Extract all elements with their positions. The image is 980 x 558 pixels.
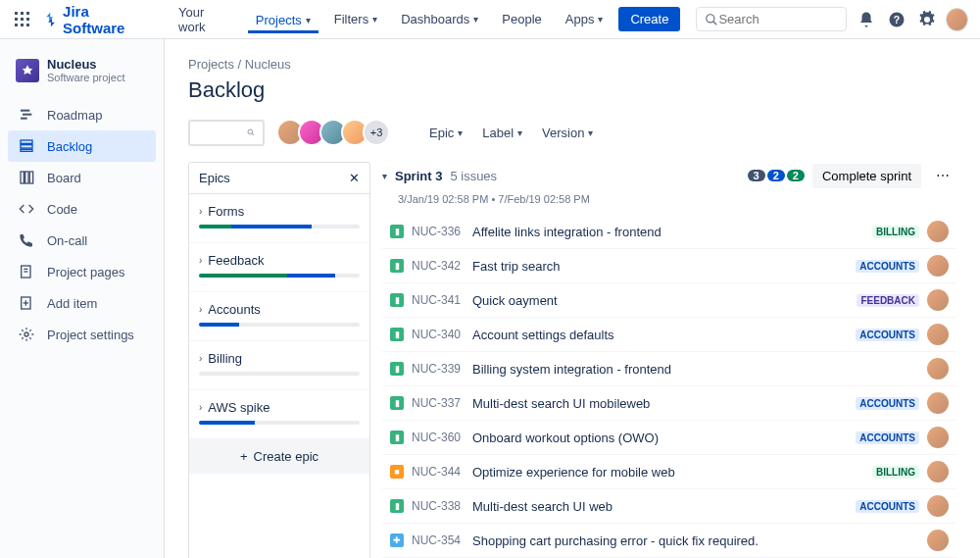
sidebar-add-item[interactable]: Add item xyxy=(8,287,156,319)
epic-item[interactable]: ›Forms xyxy=(189,194,369,243)
svg-text:▮: ▮ xyxy=(395,501,400,511)
assignee-avatar[interactable] xyxy=(927,495,949,517)
issue-type-icon: ▮ xyxy=(390,499,404,513)
sprint-name[interactable]: Sprint 3 xyxy=(395,169,442,183)
sidebar-code[interactable]: Code xyxy=(8,193,156,225)
epic-progress xyxy=(199,372,360,376)
epic-tag: BILLING xyxy=(872,226,919,238)
app-switcher-icon[interactable] xyxy=(12,8,34,31)
label-filter[interactable]: Label ▾ xyxy=(478,122,526,144)
search-input[interactable] xyxy=(718,12,838,26)
assignee-avatar[interactable] xyxy=(927,255,949,277)
assignee-avatar[interactable] xyxy=(927,358,949,380)
issue-row[interactable]: ▮NUC-337Multi-dest search UI mobilewebAC… xyxy=(382,386,956,421)
epics-panel: Epics ✕ ›Forms›Feedback›Accounts›Billing… xyxy=(188,162,370,558)
issue-type-icon: ▮ xyxy=(390,293,404,307)
issue-row[interactable]: ▮NUC-341Quick oaymentFEEDBACK xyxy=(382,283,956,318)
assignee-avatar[interactable] xyxy=(927,461,949,482)
issue-row[interactable]: ▮NUC-342Fast trip searchACCOUNTS xyxy=(382,249,956,283)
breadcrumb: Projects / Nucleus xyxy=(188,57,956,72)
epic-filter[interactable]: Epic ▾ xyxy=(425,122,466,144)
sidebar-board[interactable]: Board xyxy=(8,162,156,193)
close-icon[interactable]: ✕ xyxy=(349,171,360,185)
project-name: Nucleus xyxy=(47,57,124,72)
assignee-avatar[interactable] xyxy=(927,427,949,448)
svg-text:▮: ▮ xyxy=(395,364,400,374)
backlog-search[interactable] xyxy=(188,120,265,146)
assignee-avatar[interactable] xyxy=(927,530,949,551)
nav-filters[interactable]: Filters ▾ xyxy=(326,6,385,32)
sidebar-settings[interactable]: Project settings xyxy=(8,319,156,350)
code-icon xyxy=(18,200,35,218)
roadmap-icon xyxy=(18,106,35,124)
issue-row[interactable]: ■NUC-344Optimize experience for mobile w… xyxy=(382,455,956,489)
nav-projects[interactable]: Projects ▾ xyxy=(248,7,318,33)
issue-key: NUC-340 xyxy=(412,328,465,341)
backlog-search-input[interactable] xyxy=(198,126,247,140)
issue-summary: Multi-dest search UI web xyxy=(472,499,848,514)
svg-rect-15 xyxy=(21,118,27,120)
epic-tag: ACCOUNTS xyxy=(856,500,919,513)
issue-row[interactable]: ▮NUC-336Affelite links integration - fro… xyxy=(382,215,956,249)
issue-type-icon: ■ xyxy=(390,465,404,479)
create-button[interactable]: Create xyxy=(618,7,680,31)
svg-text:▮: ▮ xyxy=(395,330,400,339)
complete-sprint-button[interactable]: Complete sprint xyxy=(812,164,921,188)
epic-tag: FEEDBACK xyxy=(857,294,919,307)
issue-row[interactable]: ▮NUC-340Account settings defaultsACCOUNT… xyxy=(382,318,956,352)
more-icon[interactable]: ⋯ xyxy=(929,162,956,189)
jira-logo[interactable]: Jira Software xyxy=(42,3,151,36)
breadcrumb-projects[interactable]: Projects xyxy=(188,57,234,72)
issue-key: NUC-360 xyxy=(412,431,465,444)
user-avatar[interactable] xyxy=(946,8,968,31)
create-epic-button[interactable]: + Create epic xyxy=(189,439,369,474)
epic-item[interactable]: ›AWS spike xyxy=(189,390,369,439)
issue-type-icon: ✚ xyxy=(390,533,404,547)
version-filter[interactable]: Version ▾ xyxy=(538,122,597,144)
epic-tag: BILLING xyxy=(872,466,919,479)
backlog-icon xyxy=(18,137,35,155)
sidebar-oncall[interactable]: On-call xyxy=(8,225,156,256)
project-header[interactable]: Nucleus Software project xyxy=(8,55,156,99)
issue-key: NUC-354 xyxy=(412,533,465,547)
assignee-avatar[interactable] xyxy=(927,324,949,345)
issue-row[interactable]: ✚NUC-354Shopping cart purchasing error -… xyxy=(382,524,956,558)
epic-item[interactable]: ›Accounts xyxy=(189,292,369,341)
svg-rect-5 xyxy=(26,18,29,21)
issue-row[interactable]: ▮NUC-360Onboard workout options (OWO)ACC… xyxy=(382,421,956,455)
sidebar-roadmap[interactable]: Roadmap xyxy=(8,99,156,130)
help-icon[interactable]: ? xyxy=(885,8,907,31)
chevron-down-icon[interactable]: ▾ xyxy=(382,171,387,181)
epic-item[interactable]: ›Billing xyxy=(189,341,369,390)
notifications-icon[interactable] xyxy=(855,8,877,31)
issue-row[interactable]: ▮NUC-339Billing system integration - fro… xyxy=(382,352,956,386)
avatar-more[interactable]: +3 xyxy=(363,119,390,146)
settings-icon[interactable] xyxy=(915,8,938,31)
issue-row[interactable]: ▮NUC-338Multi-dest search UI webACCOUNTS xyxy=(382,489,956,524)
status-counts: 3 2 2 xyxy=(748,170,805,181)
project-icon xyxy=(16,59,39,82)
svg-text:▮: ▮ xyxy=(395,398,400,408)
issue-summary: Shopping cart purchasing error - quick f… xyxy=(472,533,919,548)
nav-your-work[interactable]: Your work xyxy=(171,0,240,40)
nav-dashboards[interactable]: Dashboards ▾ xyxy=(393,6,486,32)
sidebar-pages[interactable]: Project pages xyxy=(8,256,156,287)
issue-key: NUC-341 xyxy=(412,293,465,307)
epic-progress xyxy=(199,421,360,425)
svg-line-10 xyxy=(713,21,717,25)
brand-name: Jira Software xyxy=(63,3,151,36)
svg-rect-17 xyxy=(21,145,32,148)
nav-apps[interactable]: Apps ▾ xyxy=(558,6,612,32)
nav-people[interactable]: People xyxy=(494,6,549,32)
sprint-dates: 3/Jan/19 02:58 PM • 7/Feb/19 02:58 PM xyxy=(398,193,956,205)
epic-name: Billing xyxy=(208,351,242,366)
assignee-avatar[interactable] xyxy=(927,221,949,242)
assignee-avatar[interactable] xyxy=(927,392,949,414)
assignee-filter[interactable]: +3 xyxy=(276,119,390,146)
epic-item[interactable]: ›Feedback xyxy=(189,243,369,292)
global-search[interactable] xyxy=(696,7,847,31)
breadcrumb-project[interactable]: Nucleus xyxy=(245,57,291,72)
epic-name: Accounts xyxy=(208,302,260,317)
assignee-avatar[interactable] xyxy=(927,289,949,311)
sidebar-backlog[interactable]: Backlog xyxy=(8,130,156,162)
